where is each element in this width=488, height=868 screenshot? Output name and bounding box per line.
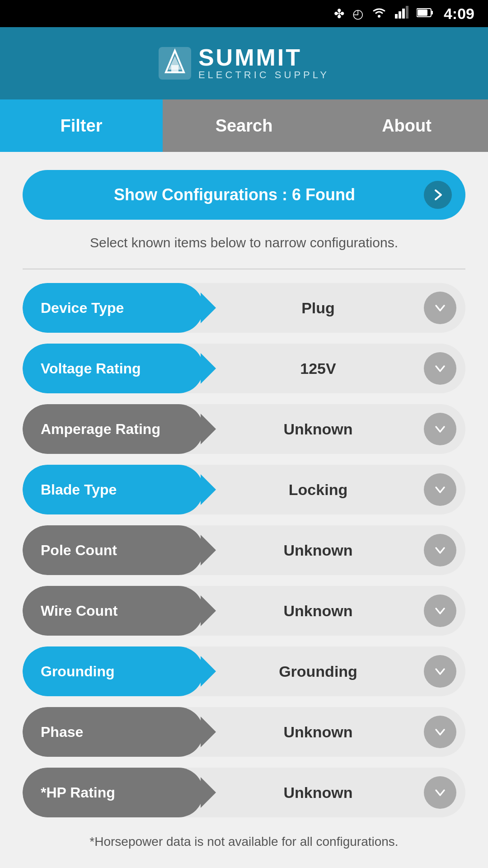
svg-rect-7 — [418, 9, 427, 16]
filter-value-grounding: Grounding — [203, 663, 424, 680]
filter-dropdown-pole-count[interactable] — [424, 534, 456, 566]
filter-row-grounding[interactable]: Grounding Grounding — [23, 646, 465, 696]
svg-rect-2 — [399, 11, 401, 19]
brand-sub: ELECTRIC SUPPLY — [198, 69, 329, 81]
filter-row-amperage-rating[interactable]: Amperage Rating Unknown — [23, 404, 465, 454]
logo-text: SUMMIT ELECTRIC SUPPLY — [198, 46, 329, 81]
svg-rect-6 — [431, 11, 433, 14]
filter-label-hp-rating: *HP Rating — [23, 768, 203, 817]
filter-rows: Device Type Plug Voltage Rating 125V Amp… — [23, 283, 465, 828]
filter-label-phase: Phase — [23, 707, 203, 757]
filter-dropdown-phase[interactable] — [424, 716, 456, 748]
filter-value-voltage-rating: 125V — [203, 360, 424, 377]
bluetooth-icon: ✤ — [334, 6, 344, 21]
filter-row-blade-type[interactable]: Blade Type Locking — [23, 465, 465, 514]
filter-dropdown-wire-count[interactable] — [424, 594, 456, 627]
app-header: SUMMIT ELECTRIC SUPPLY — [0, 27, 488, 99]
tab-filter[interactable]: Filter — [0, 99, 163, 152]
filter-row-hp-rating[interactable]: *HP Rating Unknown — [23, 768, 465, 817]
filter-value-device-type: Plug — [203, 299, 424, 317]
filter-row-wire-count[interactable]: Wire Count Unknown — [23, 586, 465, 636]
tab-search[interactable]: Search — [163, 99, 325, 152]
filter-label-blade-type: Blade Type — [23, 465, 203, 514]
tab-bar: Filter Search About — [0, 99, 488, 152]
svg-point-0 — [378, 15, 380, 18]
filter-value-wire-count: Unknown — [203, 602, 424, 620]
summit-logo-icon — [159, 47, 191, 80]
signal-icon — [395, 6, 408, 22]
footnote-text: *Horsepower data is not available for al… — [23, 833, 465, 850]
show-config-arrow-icon — [424, 181, 452, 209]
filter-dropdown-grounding[interactable] — [424, 655, 456, 688]
filter-value-phase: Unknown — [203, 723, 424, 741]
filter-dropdown-device-type[interactable] — [424, 292, 456, 324]
battery-icon — [417, 6, 433, 21]
filter-value-blade-type: Locking — [203, 481, 424, 499]
filter-dropdown-blade-type[interactable] — [424, 473, 456, 506]
filter-label-pole-count: Pole Count — [23, 525, 203, 575]
main-content: Show Configurations : 6 Found Select kno… — [0, 152, 488, 868]
divider — [23, 269, 465, 269]
filter-row-device-type[interactable]: Device Type Plug — [23, 283, 465, 333]
wifi-icon — [371, 6, 387, 22]
show-config-label: Show Configurations : 6 Found — [45, 185, 424, 204]
filter-value-hp-rating: Unknown — [203, 784, 424, 802]
filter-label-voltage-rating: Voltage Rating — [23, 344, 203, 393]
svg-rect-3 — [402, 9, 405, 19]
filter-dropdown-amperage-rating[interactable] — [424, 413, 456, 445]
svg-rect-1 — [395, 14, 398, 19]
filter-label-amperage-rating: Amperage Rating — [23, 404, 203, 454]
filter-label-device-type: Device Type — [23, 283, 203, 333]
filter-row-pole-count[interactable]: Pole Count Unknown — [23, 525, 465, 575]
logo-container: SUMMIT ELECTRIC SUPPLY — [159, 46, 329, 81]
show-configurations-button[interactable]: Show Configurations : 6 Found — [23, 170, 465, 220]
tab-about[interactable]: About — [325, 99, 488, 152]
status-time: 4:09 — [444, 5, 474, 23]
filter-label-wire-count: Wire Count — [23, 586, 203, 636]
filter-value-pole-count: Unknown — [203, 542, 424, 559]
brand-name: SUMMIT — [198, 46, 329, 69]
filter-value-amperage-rating: Unknown — [203, 420, 424, 438]
status-bar: ✤ ◴ 4:09 — [0, 0, 488, 27]
filter-label-grounding: Grounding — [23, 646, 203, 696]
filter-dropdown-hp-rating[interactable] — [424, 776, 456, 809]
instruction-text: Select known items below to narrow confi… — [23, 233, 465, 252]
filter-row-voltage-rating[interactable]: Voltage Rating 125V — [23, 344, 465, 393]
filter-row-phase[interactable]: Phase Unknown — [23, 707, 465, 757]
svg-rect-11 — [171, 65, 178, 72]
alarm-icon: ◴ — [352, 6, 363, 21]
svg-rect-4 — [406, 6, 408, 19]
filter-dropdown-voltage-rating[interactable] — [424, 352, 456, 385]
